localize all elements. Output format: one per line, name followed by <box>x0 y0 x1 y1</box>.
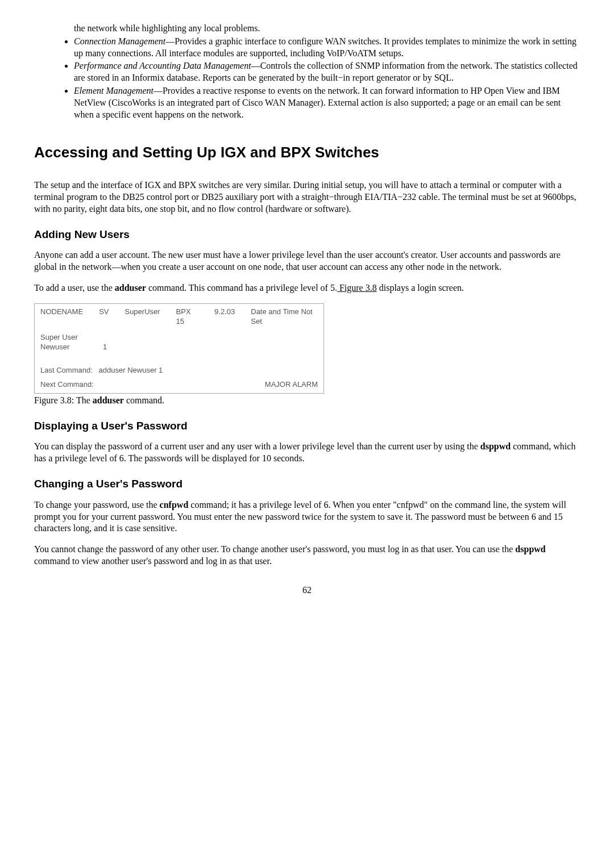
list-item: Connection Management—Provides a graphic… <box>74 36 580 60</box>
list-item: Element Management—Provides a reactive r… <box>74 85 580 120</box>
caption-text: Figure 3.8: The <box>34 395 93 405</box>
text-run: displays a login screen. <box>377 283 464 293</box>
term-superuser-label: Super User <box>40 333 103 343</box>
term-next-command-label: Next Command: <box>40 380 94 390</box>
term-last-command-label: Last Command: <box>40 366 93 374</box>
term-sv: SV <box>99 307 109 327</box>
subsection-heading: Changing a User's Password <box>34 477 580 491</box>
body-paragraph: Anyone can add a user account. The new u… <box>34 249 580 273</box>
term-nodename: NODENAME <box>40 307 83 327</box>
subsection-heading: Adding New Users <box>34 228 580 242</box>
term-bpx: BPX 15 <box>176 307 198 327</box>
term-alarm: MAJOR ALARM <box>265 380 318 390</box>
feature-name: Element Management <box>74 86 154 95</box>
term-value: 1 <box>103 343 107 352</box>
term-newuser-label: Newuser <box>40 343 103 352</box>
list-item: Performance and Accounting Data Manageme… <box>74 60 580 84</box>
terminal-screenshot: NODENAME SV SuperUser BPX 15 9.2.03 Date… <box>34 303 324 394</box>
term-superuser: SuperUser <box>125 307 160 327</box>
feature-name: Performance and Accounting Data Manageme… <box>74 61 251 70</box>
feature-name: Connection Management <box>74 36 165 46</box>
text-run: To change your password, use the <box>34 500 160 510</box>
figure-caption: Figure 3.8: The adduser command. <box>34 395 580 407</box>
continuation-text: the network while highlighting any local… <box>34 23 580 35</box>
text-run: command. This command has a privilege le… <box>146 283 337 293</box>
subsection-heading: Displaying a User's Password <box>34 419 580 433</box>
page-number: 62 <box>34 585 580 596</box>
term-version: 9.2.03 <box>214 307 235 327</box>
command-name: adduser <box>115 283 146 293</box>
command-name: cnfpwd <box>160 500 189 510</box>
text-run: You cannot change the password of any ot… <box>34 544 515 554</box>
text-run: command to view another user's password … <box>34 556 272 566</box>
body-paragraph: The setup and the interface of IGX and B… <box>34 180 580 215</box>
caption-text: command. <box>124 395 164 405</box>
feature-list: Connection Management—Provides a graphic… <box>34 36 580 121</box>
body-paragraph: You cannot change the password of any ot… <box>34 544 580 567</box>
figure-link[interactable]: Figure 3.8 <box>337 283 377 293</box>
command-name: dsppwd <box>515 544 545 554</box>
term-date: Date and Time Not Set <box>251 307 318 327</box>
command-name: adduser <box>93 395 124 405</box>
section-heading: Accessing and Setting Up IGX and BPX Swi… <box>34 143 580 162</box>
body-paragraph: You can display the password of a curren… <box>34 441 580 465</box>
body-paragraph: To add a user, use the adduser command. … <box>34 282 580 294</box>
text-run: To add a user, use the <box>34 283 115 293</box>
body-paragraph: To change your password, use the cnfpwd … <box>34 499 580 535</box>
command-name: dsppwd <box>480 441 511 451</box>
text-run: You can display the password of a curren… <box>34 441 480 451</box>
term-last-command-value: adduser Newuser 1 <box>99 366 163 374</box>
